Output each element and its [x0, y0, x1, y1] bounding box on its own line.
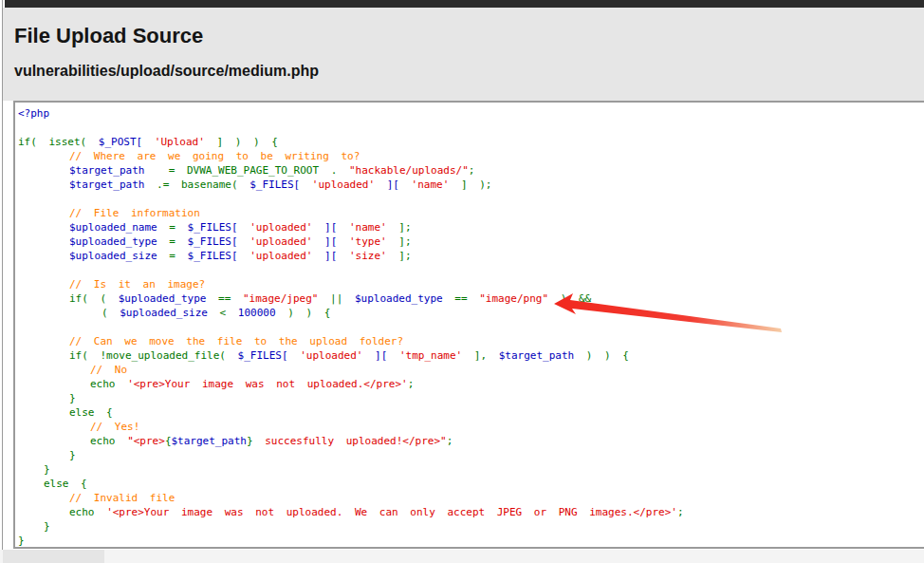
page-title: File Upload Source — [3, 8, 924, 48]
code-line: echo "<pre>{$target_path} succesfully up… — [18, 434, 924, 448]
code-line: $target_path .= basename( $_FILES[ 'uplo… — [18, 178, 924, 192]
code-line — [18, 192, 924, 206]
code-line: else { — [18, 477, 924, 491]
code-line: if( isset( $_POST[ 'Upload' ] ) ) { — [18, 135, 924, 149]
code-line: // Is it an image? — [18, 277, 924, 291]
code-line — [18, 121, 924, 135]
code-line: echo '<pre>Your image was not uploaded.<… — [18, 377, 924, 391]
top-black-bar — [5, 0, 924, 8]
code-line: if( !move_uploaded_file( $_FILES[ 'uploa… — [18, 348, 924, 363]
code-line: else { — [18, 405, 924, 420]
code-line: ( $uploaded_size < 100000 ) ) { — [18, 306, 924, 320]
code-line: $uploaded_type = $_FILES[ 'uploaded' ][ … — [18, 235, 924, 249]
code-line: } — [18, 462, 924, 477]
code-line: $uploaded_size = $_FILES[ 'uploaded' ][ … — [18, 249, 924, 263]
code-line: // Can we move the file to the upload fo… — [18, 334, 924, 348]
code-line: } — [18, 519, 924, 534]
horizontal-scrollbar-thumb[interactable] — [3, 550, 104, 563]
code-line: } — [18, 534, 924, 548]
code-line: $target_path = DVWA_WEB_PAGE_TO_ROOT . "… — [18, 163, 924, 178]
code-line: echo '<pre>Your image was not uploaded. … — [18, 505, 924, 519]
php-source-code: <?php if( isset( $_POST[ 'Upload' ] ) ) … — [15, 103, 924, 548]
code-line: if( ( $uploaded_type == "image/jpeg" || … — [18, 291, 924, 306]
code-line — [18, 263, 924, 277]
code-panel: <?php if( isset( $_POST[ 'Upload' ] ) ) … — [13, 101, 924, 549]
code-line: // File information — [18, 206, 924, 220]
source-file-path: vulnerabilities/upload/source/medium.php — [3, 48, 924, 80]
code-line: <?php — [18, 106, 924, 121]
file-upload-source-page: { "header": { "title": "File Upload Sour… — [0, 0, 924, 563]
header: File Upload Source vulnerabilities/uploa… — [3, 8, 924, 101]
code-line: } — [18, 448, 924, 462]
code-line: // No — [18, 363, 924, 377]
code-line: $uploaded_name = $_FILES[ 'uploaded' ][ … — [18, 220, 924, 235]
code-line: } — [18, 391, 924, 405]
code-line — [18, 320, 924, 334]
code-line: // Yes! — [18, 420, 924, 434]
code-line: // Invalid file — [18, 491, 924, 505]
code-line: // Where are we going to be writing to? — [18, 149, 924, 163]
horizontal-scrollbar-track[interactable] — [0, 550, 924, 563]
